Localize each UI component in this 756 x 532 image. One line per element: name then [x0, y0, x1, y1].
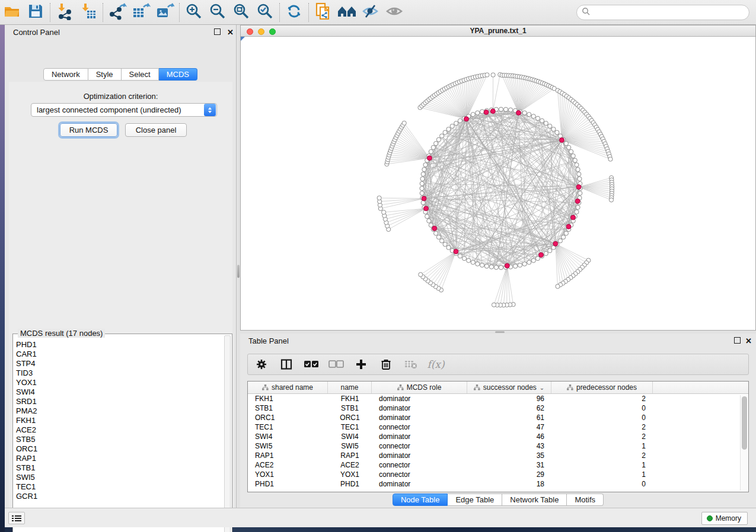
close-panel-icon[interactable]: ✕ [745, 337, 752, 345]
select-all-columns-button[interactable] [304, 357, 319, 372]
unselect-all-columns-button[interactable] [328, 357, 344, 372]
tab-motifs[interactable]: Motifs [567, 493, 604, 506]
control-panel-tabs: NetworkStyleSelectMCDS [43, 68, 197, 81]
mcds-result-item[interactable]: STP4 [16, 359, 225, 368]
mcds-result-item[interactable]: ORC1 [16, 444, 225, 454]
show-column-panel-button[interactable] [279, 357, 294, 372]
close-panel-button[interactable]: Close panel [125, 123, 187, 137]
network-graph[interactable] [241, 37, 755, 330]
memory-button[interactable]: Memory [701, 512, 748, 525]
float-panel-icon[interactable] [214, 28, 221, 35]
table-row[interactable]: SWI5SWI5connector431 [248, 441, 748, 451]
mcds-result-list[interactable]: PHD1CAR1STP4TID3YOX1SWI4SRD1PMA2FKH1ACE2… [14, 340, 225, 532]
table-settings-button[interactable] [254, 357, 269, 372]
sort-chevron-icon[interactable]: ⌄ [540, 384, 544, 391]
table-row[interactable]: ORC1ORC1dominator610 [248, 413, 748, 422]
table-row[interactable]: PHD1PHD1dominator180 [248, 479, 748, 489]
run-mcds-button[interactable]: Run MCDS [60, 123, 117, 137]
search-input[interactable] [593, 8, 741, 17]
attribute-icon [474, 384, 480, 390]
cell-MCDS-role: dominator [372, 403, 467, 413]
cell-successor-nodes: 43 [467, 441, 551, 451]
import-table-button[interactable] [76, 2, 100, 23]
table-panel-tabs: Node TableEdge TableNetwork TableMotifs [393, 493, 604, 506]
import-network-button[interactable] [53, 2, 76, 23]
mcds-result-item[interactable]: RAP1 [16, 454, 225, 463]
delete-table-button[interactable] [403, 357, 419, 372]
export-network-button[interactable] [106, 2, 129, 23]
zoom-fit-button[interactable] [229, 2, 253, 23]
tab-edge-table[interactable]: Edge Table [448, 493, 502, 506]
table-row[interactable]: RAP1RAP1dominator352 [248, 451, 748, 460]
create-column-button[interactable] [353, 357, 369, 372]
cell-successor-nodes: 46 [467, 432, 551, 441]
column-header-MCDS-role[interactable]: MCDS role [372, 382, 467, 393]
table-row[interactable]: FKH1FKH1dominator962 [248, 394, 748, 403]
zoom-selected-button[interactable] [253, 2, 277, 23]
mcds-result-item[interactable]: PMA2 [16, 406, 225, 416]
table-row[interactable]: TEC1TEC1connector472 [248, 422, 748, 432]
table-row[interactable]: ACE2ACE2connector311 [248, 460, 748, 470]
close-panel-icon[interactable]: ✕ [227, 28, 234, 36]
mcds-result-item[interactable]: SRD1 [16, 397, 225, 406]
float-panel-icon[interactable] [734, 337, 741, 344]
mcds-result-item[interactable]: TID3 [16, 368, 225, 378]
network-window-titlebar[interactable]: YPA_prune.txt_1 [241, 25, 755, 37]
column-header-name[interactable]: name [328, 382, 372, 393]
criterion-dropdown[interactable]: largest connected component (undirected) [31, 103, 217, 117]
tab-select[interactable]: Select [122, 68, 159, 81]
task-history-button[interactable] [8, 512, 25, 524]
cell-name: SWI4 [328, 432, 372, 441]
tab-mcds[interactable]: MCDS [159, 68, 197, 81]
tab-network[interactable]: Network [43, 68, 88, 81]
zoom-in-button[interactable] [182, 2, 206, 23]
save-button[interactable] [24, 2, 47, 23]
export-table-button[interactable] [129, 2, 153, 23]
open-button[interactable] [0, 2, 24, 23]
tab-network-table[interactable]: Network Table [502, 493, 567, 506]
table-delete-icon [404, 360, 417, 369]
splitter-grip[interactable] [237, 265, 240, 278]
mcds-result-item[interactable]: STB5 [16, 435, 225, 444]
table-row[interactable]: SWI4SWI4dominator462 [248, 432, 748, 441]
cell-predecessor-nodes: 1 [551, 470, 653, 479]
function-builder-button[interactable]: f(x) [428, 357, 444, 372]
network-canvas[interactable] [241, 37, 755, 330]
clone-network-button[interactable] [311, 2, 335, 23]
column-header-successor-nodes[interactable]: successor nodes⌄ [467, 382, 551, 393]
cell-predecessor-nodes: 1 [551, 441, 653, 451]
mcds-list-scrollbar[interactable] [224, 335, 231, 532]
refresh-layout-button[interactable] [282, 2, 306, 23]
hide-selected-button[interactable] [359, 2, 382, 23]
mcds-result-item[interactable]: PHD1 [16, 340, 225, 350]
mcds-result-item[interactable]: SWI4 [16, 387, 225, 397]
cell-MCDS-role: connector [372, 422, 467, 432]
table-scrollbar[interactable] [740, 395, 747, 491]
mcds-result-item[interactable]: ACE2 [16, 425, 225, 435]
table-panel-title: Table Panel [248, 336, 289, 345]
cell-name: STB1 [328, 403, 372, 413]
tab-style[interactable]: Style [88, 68, 122, 81]
search-field[interactable] [576, 5, 749, 20]
table-row[interactable]: STB1STB1dominator620 [248, 403, 748, 413]
first-neighbors-button[interactable] [335, 2, 359, 23]
delete-column-button[interactable] [378, 357, 394, 372]
mcds-result-item[interactable]: STB1 [16, 463, 225, 473]
mcds-result-item[interactable]: FKH1 [16, 416, 225, 425]
tab-node-table[interactable]: Node Table [393, 493, 448, 506]
export-image-button[interactable] [153, 2, 177, 23]
show-all-button[interactable] [382, 2, 406, 23]
column-header-shared-name[interactable]: shared name [248, 382, 328, 393]
zoom-out-button[interactable] [206, 2, 229, 23]
splitter-grip[interactable] [495, 331, 505, 333]
mcds-result-item[interactable]: CAR1 [16, 350, 225, 359]
mcds-result-item[interactable]: YOX1 [16, 378, 225, 387]
table-scrollbar-thumb[interactable] [742, 396, 747, 450]
column-header-predecessor-nodes[interactable]: predecessor nodes [551, 382, 653, 393]
table-row[interactable]: YOX1YOX1connector291 [248, 470, 748, 479]
zoom-fit-icon [232, 2, 250, 22]
control-panel-titlebar: Control Panel ✕ [5, 25, 236, 40]
mcds-result-item[interactable]: TEC1 [16, 482, 225, 492]
mcds-result-item[interactable]: SWI5 [16, 473, 225, 482]
mcds-result-item[interactable]: GCR1 [16, 492, 225, 501]
